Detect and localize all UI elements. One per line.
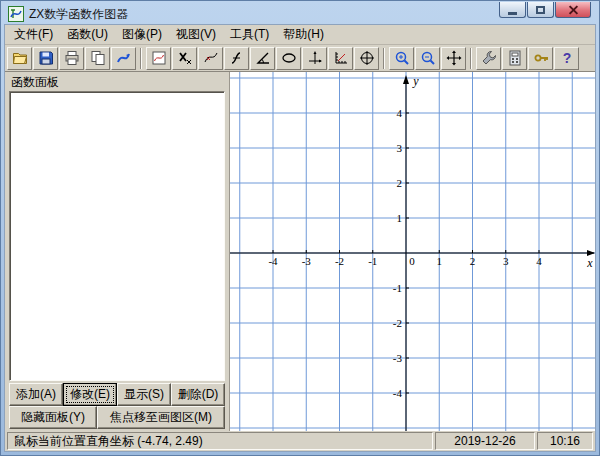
ellipse-icon: [281, 50, 297, 66]
print-icon: [64, 50, 80, 66]
svg-text:?: ?: [562, 50, 571, 66]
axis-grid-button[interactable]: [328, 47, 353, 70]
open-icon: [12, 50, 28, 66]
svg-text:1: 1: [437, 255, 443, 267]
delete-object-button[interactable]: [172, 47, 197, 70]
settings-icon: [481, 50, 497, 66]
svg-text:1: 1: [397, 212, 403, 224]
hide-panel-button[interactable]: 隐藏面板(Y): [9, 406, 97, 429]
svg-text:y: y: [412, 74, 419, 88]
plot-area-button[interactable]: [146, 47, 171, 70]
zoom-out-button[interactable]: [415, 47, 440, 70]
svg-text:-1: -1: [368, 255, 377, 267]
zoom-in-icon: [394, 50, 410, 66]
pan-button[interactable]: [441, 47, 466, 70]
svg-text:-4: -4: [393, 387, 403, 399]
delete-object-icon: [177, 50, 193, 66]
delete-button[interactable]: 删除(D): [171, 383, 225, 406]
menubar: 文件(F)函数(U)图像(P)视图(V)工具(T)帮助(H): [5, 25, 595, 45]
svg-text:-2: -2: [335, 255, 344, 267]
open-button[interactable]: [7, 47, 32, 70]
svg-text:-4: -4: [268, 255, 278, 267]
draw-curve-icon: [116, 50, 132, 66]
toolbar: ?: [5, 45, 595, 72]
plot-area-icon: [151, 50, 167, 66]
svg-text:4: 4: [536, 255, 542, 267]
svg-text:4: 4: [397, 107, 403, 119]
menu-file[interactable]: 文件(F): [7, 24, 60, 45]
app-window: ZX数学函数作图器 文件(F)函数(U)图像(P)视图(V)工具(T)帮助(H)…: [0, 0, 600, 456]
calculator-button[interactable]: [502, 47, 527, 70]
menu-view[interactable]: 视图(V): [169, 24, 223, 45]
menu-image[interactable]: 图像(P): [115, 24, 169, 45]
plot-function-icon: [229, 50, 245, 66]
svg-text:-1: -1: [393, 282, 402, 294]
svg-text:2: 2: [397, 177, 403, 189]
svg-text:-2: -2: [393, 317, 402, 329]
add-button[interactable]: 添加(A): [9, 383, 63, 406]
modify-button[interactable]: 修改(E): [63, 383, 117, 406]
close-icon: [568, 5, 579, 15]
function-list[interactable]: [9, 91, 225, 381]
svg-text:0: 0: [409, 255, 415, 267]
axis-grid-icon: [333, 50, 349, 66]
print-button[interactable]: [59, 47, 84, 70]
maximize-icon: [536, 6, 545, 14]
polar-grid-icon: [359, 50, 375, 66]
draw-curve-button[interactable]: [111, 47, 136, 70]
window-title: ZX数学函数作图器: [29, 6, 128, 23]
polar-grid-button[interactable]: [354, 47, 379, 70]
plot-points-icon: [203, 50, 219, 66]
help-button[interactable]: ?: [554, 47, 579, 70]
show-button[interactable]: 显示(S): [117, 383, 171, 406]
angle-button[interactable]: [250, 47, 275, 70]
minimize-icon: [508, 12, 517, 15]
plot-function-button[interactable]: [224, 47, 249, 70]
save-icon: [38, 50, 54, 66]
minimize-button[interactable]: [499, 2, 526, 18]
menu-function[interactable]: 函数(U): [60, 24, 115, 45]
save-button[interactable]: [33, 47, 58, 70]
svg-text:2: 2: [470, 255, 476, 267]
angle-icon: [255, 50, 271, 66]
toolbar-separator: [383, 48, 385, 69]
time-status: 10:16: [537, 432, 593, 450]
zoom-out-icon: [420, 50, 436, 66]
mouse-position-status: 鼠标当前位置直角坐标 (-4.74, 2.49): [7, 432, 433, 450]
plot-points-button[interactable]: [198, 47, 223, 70]
menu-tools[interactable]: 工具(T): [223, 24, 276, 45]
plot-svg: -4-3-2-1012344321-1-2-3-4xy: [230, 72, 595, 431]
close-button[interactable]: [555, 2, 591, 18]
ellipse-button[interactable]: [276, 47, 301, 70]
shortcut-key-icon: [533, 50, 549, 66]
svg-text:-3: -3: [393, 352, 403, 364]
panel-title: 函数面板: [9, 74, 225, 90]
app-icon: [8, 6, 24, 22]
maximize-button[interactable]: [527, 2, 554, 18]
coordinate-axes-button[interactable]: [302, 47, 327, 70]
toolbar-separator: [470, 48, 472, 69]
svg-text:3: 3: [397, 142, 403, 154]
function-panel: 函数面板 添加(A) 修改(E) 显示(S) 删除(D) 隐藏面板(Y) 焦点移…: [5, 72, 229, 431]
pan-icon: [446, 50, 462, 66]
svg-text:x: x: [586, 256, 593, 270]
main-area: 函数面板 添加(A) 修改(E) 显示(S) 删除(D) 隐藏面板(Y) 焦点移…: [5, 72, 595, 431]
coordinate-axes-icon: [307, 50, 323, 66]
settings-button[interactable]: [476, 47, 501, 70]
shortcut-key-button[interactable]: [528, 47, 553, 70]
zoom-in-button[interactable]: [389, 47, 414, 70]
toolbar-separator: [140, 48, 142, 69]
help-icon: ?: [559, 50, 575, 66]
date-status: 2019-12-26: [435, 432, 535, 450]
plot-area[interactable]: -4-3-2-1012344321-1-2-3-4xy: [229, 72, 595, 431]
calculator-icon: [507, 50, 523, 66]
svg-text:3: 3: [503, 255, 509, 267]
menu-help[interactable]: 帮助(H): [276, 24, 331, 45]
copy-icon: [90, 50, 106, 66]
window-controls: [499, 2, 591, 18]
client-area: 文件(F)函数(U)图像(P)视图(V)工具(T)帮助(H) ? 函数面板 添加…: [4, 24, 596, 452]
svg-text:-3: -3: [302, 255, 312, 267]
statusbar: 鼠标当前位置直角坐标 (-4.74, 2.49) 2019-12-26 10:1…: [5, 431, 595, 451]
focus-plot-button[interactable]: 焦点移至画图区(M): [97, 406, 225, 429]
copy-button[interactable]: [85, 47, 110, 70]
